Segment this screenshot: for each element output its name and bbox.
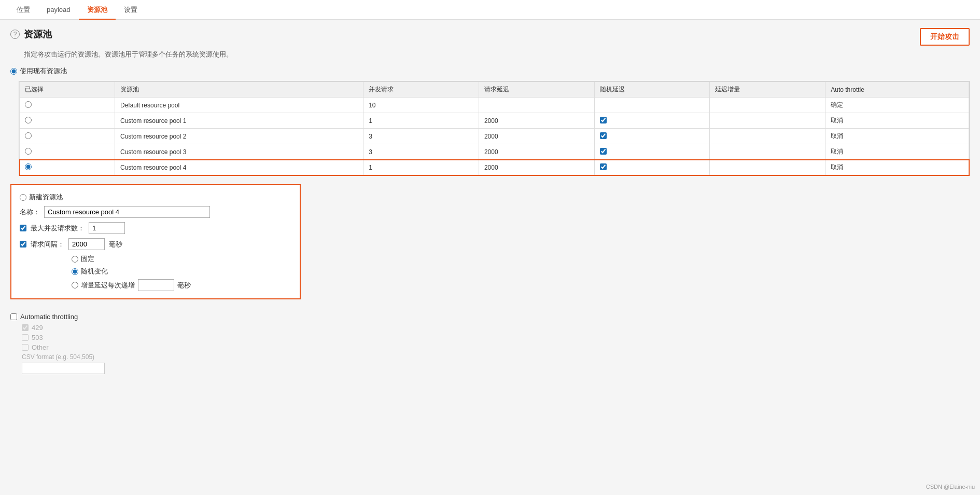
cell-random-delay	[594, 113, 710, 129]
table-row[interactable]: Default resource pool10确定	[20, 98, 969, 113]
page-header: ? 资源池 开始攻击	[10, 28, 970, 46]
request-interval-row: 请求间隔： 毫秒	[20, 238, 291, 250]
cell-delay-increment	[710, 113, 825, 129]
cell-pool-name: Custom resource pool 4	[115, 160, 363, 175]
cell-selected	[20, 98, 115, 113]
cell-delay-increment	[710, 129, 825, 144]
use-existing-label: 使用现有资源池	[20, 66, 67, 76]
auto-throttle-section: Automatic throttling 429 503 Other CSV f…	[10, 313, 970, 374]
new-pool-radio[interactable]	[20, 194, 26, 201]
cell-random-delay	[594, 144, 710, 160]
cell-request-delay: 2000	[479, 113, 594, 129]
random-label: 随机变化	[81, 267, 108, 276]
table-row[interactable]: Custom resource pool 332000取消	[20, 144, 969, 160]
table-row[interactable]: Custom resource pool 412000取消	[20, 160, 969, 175]
fixed-option: 固定	[72, 254, 291, 264]
tab-resource-pool[interactable]: 资源池	[79, 0, 116, 20]
help-icon[interactable]: ?	[10, 30, 20, 39]
cell-request-delay	[479, 98, 594, 113]
new-pool-section: 新建资源池 名称： 最大并发请求数： 请求间隔： 毫秒 固定	[10, 184, 301, 299]
increment-input[interactable]	[138, 279, 174, 291]
cell-auto-throttle: 取消	[825, 129, 969, 144]
request-interval-input[interactable]	[68, 238, 105, 250]
request-interval-label: 请求间隔：	[31, 240, 64, 249]
col-delay-increment: 延迟增量	[710, 82, 825, 98]
cell-selected	[20, 160, 115, 175]
max-concurrent-label: 最大并发请求数：	[31, 224, 85, 233]
auto-throttle-checkbox[interactable]	[10, 313, 17, 320]
cell-pool-name: Custom resource pool 1	[115, 113, 363, 129]
row-select-radio[interactable]	[25, 117, 32, 123]
auto-throttle-label: Automatic throttling	[20, 313, 78, 321]
cell-auto-throttle: 取消	[825, 113, 969, 129]
cell-random-delay	[594, 160, 710, 175]
resource-table: 已选择 资源池 并发请求 请求延迟 随机延迟 延迟增量 Auto throttl…	[19, 81, 969, 175]
cell-request-delay: 2000	[479, 129, 594, 144]
cell-concurrent: 10	[363, 98, 479, 113]
random-delay-checkbox[interactable]	[600, 132, 607, 139]
new-pool-label: 新建资源池	[29, 192, 63, 202]
start-attack-button[interactable]: 开始攻击	[920, 28, 970, 46]
fixed-label: 固定	[81, 254, 94, 264]
row-select-radio[interactable]	[25, 148, 32, 155]
cell-delay-increment	[710, 144, 825, 160]
checkbox-other[interactable]	[22, 344, 29, 351]
max-concurrent-row: 最大并发请求数：	[20, 222, 291, 234]
max-concurrent-checkbox[interactable]	[20, 225, 26, 231]
sub-option-other: Other	[22, 343, 970, 351]
sub-option-503: 503	[22, 334, 970, 341]
tab-location[interactable]: 位置	[8, 0, 38, 20]
delay-type-group: 固定 随机变化 增量延迟每次递增 毫秒	[72, 254, 291, 291]
cell-request-delay: 2000	[479, 144, 594, 160]
name-input[interactable]	[44, 206, 210, 218]
increment-radio[interactable]	[72, 282, 78, 288]
cell-auto-throttle: 确定	[825, 98, 969, 113]
use-existing-radio-label[interactable]: 使用现有资源池	[10, 66, 67, 76]
col-request-delay: 请求延迟	[479, 82, 594, 98]
new-pool-radio-label[interactable]: 新建资源池	[20, 192, 63, 202]
request-interval-checkbox[interactable]	[20, 241, 26, 248]
row-select-radio[interactable]	[25, 101, 32, 108]
cell-delay-increment	[710, 160, 825, 175]
cell-request-delay: 2000	[479, 160, 594, 175]
table-header-row: 已选择 资源池 并发请求 请求延迟 随机延迟 延迟增量 Auto throttl…	[20, 82, 969, 98]
resource-table-container: 已选择 资源池 并发请求 请求延迟 随机延迟 延迟增量 Auto throttl…	[19, 81, 970, 176]
max-concurrent-input[interactable]	[89, 222, 125, 234]
use-existing-section: 使用现有资源池	[10, 66, 970, 76]
random-delay-checkbox[interactable]	[600, 163, 607, 170]
ms-label-increment: 毫秒	[177, 281, 191, 290]
col-auto-throttle: Auto throttle	[825, 82, 969, 98]
table-row[interactable]: Custom resource pool 112000取消	[20, 113, 969, 129]
cell-concurrent: 1	[363, 113, 479, 129]
tab-payload[interactable]: payload	[38, 0, 79, 20]
page-description: 指定将攻击运行的资源池。资源池用于管理多个任务的系统资源使用。	[24, 50, 970, 59]
cell-concurrent: 3	[363, 129, 479, 144]
csv-input[interactable]	[22, 363, 105, 374]
checkbox-429[interactable]	[22, 324, 29, 331]
random-delay-checkbox[interactable]	[600, 148, 607, 155]
cell-concurrent: 3	[363, 144, 479, 160]
csv-hint: CSV format (e.g. 504,505)	[22, 353, 970, 361]
col-concurrent: 并发请求	[363, 82, 479, 98]
auto-throttle-row: Automatic throttling	[10, 313, 970, 321]
table-row[interactable]: Custom resource pool 232000取消	[20, 129, 969, 144]
cell-auto-throttle: 取消	[825, 160, 969, 175]
cell-delay-increment	[710, 98, 825, 113]
use-existing-radio[interactable]	[10, 68, 17, 75]
fixed-radio[interactable]	[72, 256, 78, 263]
increment-option: 增量延迟每次递增 毫秒	[72, 279, 291, 291]
random-radio[interactable]	[72, 268, 78, 275]
name-row: 名称：	[20, 206, 291, 218]
cell-pool-name: Default resource pool	[115, 98, 363, 113]
tab-settings[interactable]: 设置	[116, 0, 146, 20]
sub-option-429: 429	[22, 324, 970, 332]
row-select-radio[interactable]	[25, 132, 32, 139]
cell-random-delay	[594, 129, 710, 144]
new-pool-radio-row: 新建资源池	[20, 192, 291, 202]
cell-selected	[20, 113, 115, 129]
row-select-radio[interactable]	[25, 163, 32, 170]
random-delay-checkbox[interactable]	[600, 117, 607, 123]
page-content: ? 资源池 开始攻击 指定将攻击运行的资源池。资源池用于管理多个任务的系统资源使…	[0, 20, 980, 495]
increment-label: 增量延迟每次递增	[81, 281, 135, 290]
checkbox-503[interactable]	[22, 334, 29, 341]
